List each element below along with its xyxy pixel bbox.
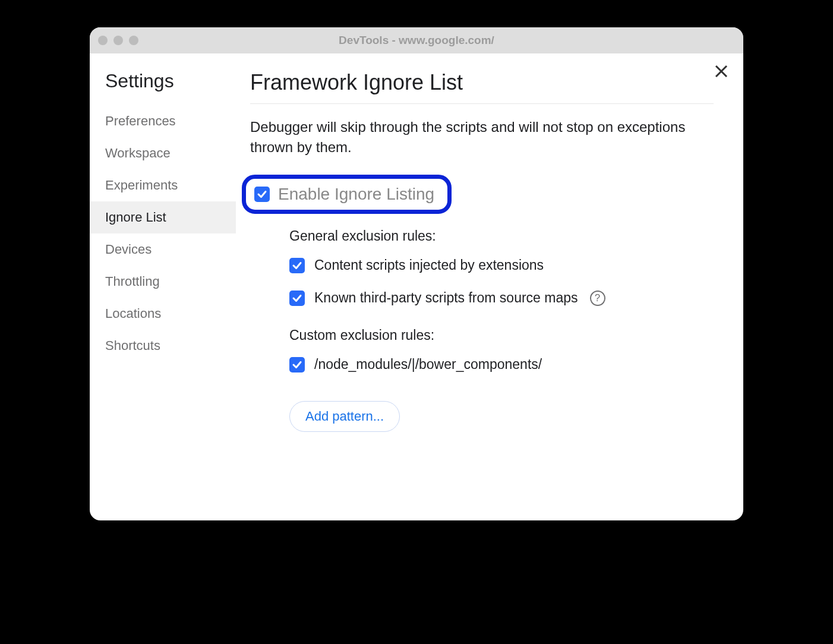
- sidebar-item-throttling[interactable]: Throttling: [103, 266, 236, 298]
- window-title: DevTools - www.google.com/: [90, 34, 743, 47]
- add-pattern-button[interactable]: Add pattern...: [289, 401, 400, 432]
- custom-exclusion-title: Custom exclusion rules:: [289, 327, 714, 343]
- rule-content-scripts: Content scripts injected by extensions: [289, 257, 714, 273]
- maximize-traffic-light[interactable]: [129, 36, 138, 45]
- close-icon[interactable]: [715, 64, 728, 81]
- help-icon[interactable]: ?: [590, 291, 605, 306]
- sidebar-item-workspace[interactable]: Workspace: [103, 137, 236, 169]
- settings-sidebar: Settings Preferences Workspace Experimen…: [90, 53, 236, 520]
- titlebar: DevTools - www.google.com/: [90, 27, 743, 53]
- main-panel: Framework Ignore List Debugger will skip…: [236, 53, 743, 520]
- sidebar-item-shortcuts[interactable]: Shortcuts: [103, 330, 236, 362]
- minimize-traffic-light[interactable]: [113, 36, 123, 45]
- sidebar-item-locations[interactable]: Locations: [103, 298, 236, 330]
- rule-label: /node_modules/|/bower_components/: [314, 356, 542, 372]
- sidebar-item-preferences[interactable]: Preferences: [103, 105, 236, 137]
- sidebar-title: Settings: [103, 70, 236, 92]
- rule-node-modules-checkbox[interactable]: [289, 357, 305, 372]
- sidebar-item-devices[interactable]: Devices: [103, 233, 236, 266]
- rule-label: Content scripts injected by extensions: [314, 257, 544, 273]
- general-exclusion-section: General exclusion rules: Content scripts…: [289, 228, 714, 306]
- general-exclusion-title: General exclusion rules:: [289, 228, 714, 244]
- rule-node-modules: /node_modules/|/bower_components/: [289, 356, 714, 372]
- sidebar-item-ignore-list[interactable]: Ignore List: [90, 201, 236, 233]
- enable-ignore-listing-checkbox[interactable]: [254, 187, 270, 202]
- traffic-lights: [98, 36, 138, 45]
- rule-third-party-scripts: Known third-party scripts from source ma…: [289, 290, 714, 306]
- page-title: Framework Ignore List: [250, 70, 714, 104]
- content-area: Settings Preferences Workspace Experimen…: [90, 53, 743, 520]
- close-traffic-light[interactable]: [98, 36, 108, 45]
- rule-third-party-scripts-checkbox[interactable]: [289, 291, 305, 306]
- rule-label: Known third-party scripts from source ma…: [314, 290, 578, 306]
- sidebar-item-experiments[interactable]: Experiments: [103, 169, 236, 201]
- enable-ignore-listing-row: Enable Ignore Listing: [242, 175, 452, 214]
- devtools-window: DevTools - www.google.com/ Settings Pref…: [90, 27, 743, 520]
- rule-content-scripts-checkbox[interactable]: [289, 258, 305, 273]
- page-description: Debugger will skip through the scripts a…: [250, 117, 714, 157]
- custom-exclusion-section: Custom exclusion rules: /node_modules/|/…: [289, 327, 714, 432]
- enable-ignore-listing-label: Enable Ignore Listing: [278, 185, 434, 204]
